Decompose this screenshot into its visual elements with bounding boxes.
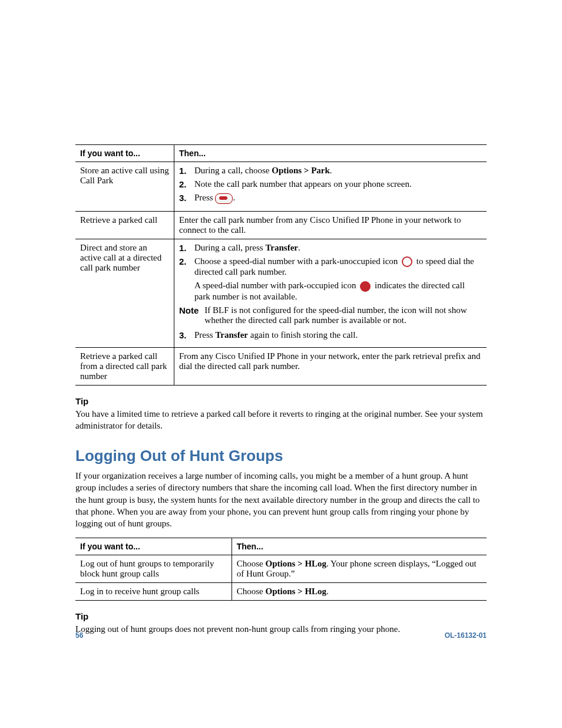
table-row: Retrieve a parked call Enter the call pa… <box>75 211 487 239</box>
table1-header-then: Then... <box>174 145 487 162</box>
list-item: Press . <box>192 193 482 204</box>
text: . <box>298 243 300 252</box>
list-item: Choose a speed-dial number with a park-u… <box>192 256 482 278</box>
table1-header-want: If you want to... <box>75 145 174 162</box>
table-row: Log out of hunt groups to temporarily bl… <box>75 555 487 583</box>
tip-heading: Tip <box>75 611 487 621</box>
cell-then: During a call, press Transfer. Choose a … <box>174 239 487 347</box>
park-unoccupied-icon <box>402 256 412 267</box>
text: . <box>326 587 329 596</box>
text: . <box>330 166 332 175</box>
bold-text: Transfer <box>215 330 248 340</box>
call-park-table: If you want to... Then... Store an activ… <box>75 144 487 386</box>
tip-text: You have a limited time to retrieve a pa… <box>75 408 487 432</box>
cell-want: Direct and store an active call at a dir… <box>75 239 174 347</box>
cell-want: Log out of hunt groups to temporarily bl… <box>75 555 232 583</box>
table2-header-want: If you want to... <box>75 538 232 555</box>
text: Press <box>194 193 215 202</box>
bold-text: Options > HLog <box>265 587 326 596</box>
text: again to finish storing the call. <box>248 330 358 340</box>
text: Choose <box>237 559 266 568</box>
table-row: Retrieve a parked call from a directed c… <box>75 347 487 385</box>
cell-then: From any Cisco Unified IP Phone in your … <box>174 347 487 385</box>
text: Choose a speed-dial number with a park-u… <box>194 256 400 266</box>
text: During a call, choose <box>194 166 272 175</box>
cell-want: Retrieve a parked call <box>75 211 174 239</box>
hunt-group-table: If you want to... Then... Log out of hun… <box>75 538 487 601</box>
cell-want: Log in to receive hunt group calls <box>75 583 232 601</box>
note-label: Note <box>179 305 199 325</box>
doc-id: OL-16132-01 <box>445 631 487 640</box>
list-item: Note the call park number that appears o… <box>192 179 482 189</box>
page-footer: 56 OL-16132-01 <box>75 631 487 640</box>
cell-want: Store an active call using Call Park <box>75 162 174 212</box>
table-row: Store an active call using Call Park Dur… <box>75 162 487 212</box>
hangup-icon <box>215 193 233 204</box>
table-row: Log in to receive hunt group calls Choos… <box>75 583 487 601</box>
text: During a call, press <box>194 243 265 252</box>
text: . <box>233 193 235 202</box>
bold-text: Options > Park <box>272 166 330 175</box>
cell-then: Choose Options > HLog. Your phone screen… <box>232 555 487 583</box>
note-block: Note If BLF is not configured for the sp… <box>179 305 482 325</box>
cell-then: Choose Options > HLog. <box>232 583 487 601</box>
table2-header-then: Then... <box>232 538 487 555</box>
note-text: If BLF is not configured for the speed-d… <box>204 305 482 325</box>
tip-heading: Tip <box>75 396 487 406</box>
page-number: 56 <box>75 631 83 640</box>
section-intro: If your organization receives a large nu… <box>75 470 487 529</box>
cell-want: Retrieve a parked call from a directed c… <box>75 347 174 385</box>
bold-text: Options > HLog <box>265 559 326 568</box>
text: A speed-dial number with park-occupied i… <box>194 281 358 290</box>
cell-then: Enter the call park number from any Cisc… <box>174 211 487 239</box>
table-row: Direct and store an active call at a dir… <box>75 239 487 347</box>
list-item: During a call, choose Options > Park. <box>192 166 482 176</box>
section-title: Logging Out of Hunt Groups <box>75 447 487 465</box>
list-item: During a call, press Transfer. <box>192 243 482 253</box>
park-occupied-icon <box>360 281 371 292</box>
cell-then: During a call, choose Options > Park. No… <box>174 162 487 212</box>
list-item: Press Transfer again to finish storing t… <box>192 330 482 340</box>
indent-text: A speed-dial number with park-occupied i… <box>194 281 482 302</box>
text: Choose <box>237 587 266 596</box>
document-page: If you want to... Then... Store an activ… <box>0 0 562 728</box>
text: Press <box>194 330 215 340</box>
bold-text: Transfer <box>265 243 298 252</box>
